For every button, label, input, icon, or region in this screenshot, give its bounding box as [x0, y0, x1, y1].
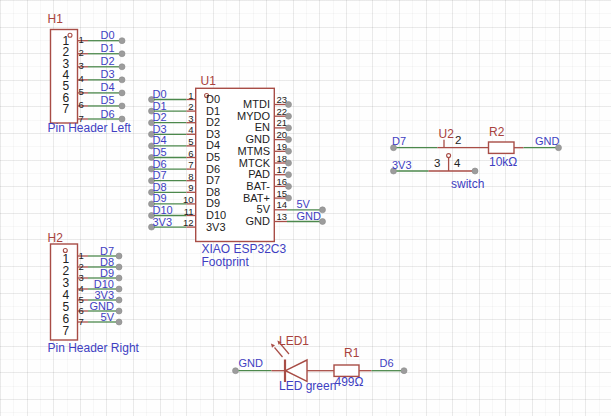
wire-end-dot [116, 286, 122, 292]
pin-name: 3V3 [206, 221, 226, 233]
pin-number: 13 [277, 211, 288, 222]
pin-number: 7 [188, 159, 193, 170]
component-h2[interactable]: H211D722D833D944D10553V366GND775VPin Hea… [48, 231, 140, 355]
pin-name: D9 [206, 197, 220, 209]
wire-end-dot [119, 103, 125, 109]
component-h1[interactable]: H111D022D133D244D355D466D577D6Pin Header… [48, 12, 132, 135]
component-u1[interactable]: U1D01D0D12D1D23D2D34D3D45D4D56D5D67D6D78… [149, 74, 326, 269]
value-label-r2[interactable]: 10kΩ [489, 155, 517, 169]
ref-label-r1[interactable]: R1 [344, 346, 360, 360]
pin-name: D3 [206, 128, 220, 140]
net-label-GND[interactable]: GND [535, 135, 560, 147]
value-label-h2[interactable]: Pin Header Right [48, 341, 140, 355]
net-label-D3[interactable]: D3 [100, 68, 114, 80]
net-label-D5[interactable]: D5 [153, 146, 167, 158]
schematic-sheet[interactable]: H111D022D133D244D355D466D577D6Pin Header… [0, 0, 611, 416]
net-label-D8[interactable]: D8 [153, 181, 167, 193]
component-led1[interactable]: GNDLED1LED green [233, 334, 337, 392]
net-label-D4[interactable]: D4 [153, 134, 167, 146]
component-r2[interactable]: R210kΩGND [489, 125, 562, 169]
component-r1[interactable]: R1499ΩD6 [334, 346, 407, 390]
pin-name: MTMS [238, 145, 270, 157]
net-label-D2[interactable]: D2 [153, 111, 167, 123]
pad-number: 7 [62, 102, 69, 116]
value-label-r1[interactable]: 499Ω [335, 375, 364, 389]
pin-number: 1 [79, 250, 84, 261]
wire-end-dot [119, 51, 125, 57]
net-label-D1[interactable]: D1 [100, 42, 114, 54]
net-label-D0[interactable]: D0 [100, 29, 114, 41]
net-label-5V[interactable]: 5V [297, 198, 311, 210]
wire-end-dot [116, 275, 122, 281]
net-label-D4[interactable]: D4 [100, 81, 114, 93]
net-label-D3[interactable]: D3 [153, 123, 167, 135]
net-label-D10[interactable]: D10 [153, 204, 173, 216]
pin-name: D5 [206, 151, 220, 163]
net-label-D2[interactable]: D2 [100, 55, 114, 67]
pin-number: 2 [188, 101, 193, 112]
pin-name: D6 [206, 163, 220, 175]
component-u2[interactable]: D7U223V334switch [391, 127, 489, 191]
pin-number: 3 [79, 272, 84, 283]
pin-name: BAT+ [243, 192, 270, 204]
pin-number: 3 [188, 113, 193, 124]
pin-name: MYDO [237, 110, 270, 122]
pin-number: 11 [184, 206, 194, 217]
net-label-3V3[interactable]: 3V3 [153, 216, 173, 228]
pin-number: 4 [188, 124, 193, 135]
pin-name: D7 [206, 174, 220, 186]
pin-number: 6 [79, 305, 84, 316]
wire-end-dot [116, 319, 122, 325]
ref-label-h1[interactable]: H1 [48, 12, 64, 26]
pin-name: D10 [206, 209, 226, 221]
ref-label-u2[interactable]: U2 [439, 127, 455, 141]
pin-number: 9 [188, 182, 193, 193]
pin-number: 6 [188, 148, 193, 159]
value-label-u2[interactable]: switch [451, 177, 484, 191]
pin-name: D8 [206, 186, 220, 198]
value-label-h1[interactable]: Pin Header Left [48, 121, 132, 135]
pin-number: 5 [79, 86, 84, 97]
pin-name: D2 [206, 116, 220, 128]
net-label-D7[interactable]: D7 [392, 135, 406, 147]
ref-label-led1[interactable]: LED1 [279, 334, 309, 348]
schematic-canvas[interactable]: H111D022D133D244D355D466D577D6Pin Header… [0, 0, 611, 416]
pin-number: 5 [188, 136, 193, 147]
value-label-u1-line1[interactable]: XIAO ESP32C3 [202, 242, 287, 256]
pin-name: EN [255, 121, 270, 133]
pin-name: BAT- [246, 180, 270, 192]
wire-end-dot [119, 90, 125, 96]
net-label-D9[interactable]: D9 [153, 192, 167, 204]
symbol-body-r2[interactable] [489, 142, 515, 153]
net-label-D6[interactable]: D6 [380, 357, 394, 369]
net-label-D0[interactable]: D0 [153, 88, 167, 100]
net-label-GND[interactable]: GND [239, 357, 264, 369]
net-label-GND[interactable]: GND [297, 210, 322, 222]
net-label-3V3[interactable]: 3V3 [392, 159, 412, 171]
pad-number: 4 [454, 157, 461, 169]
pin-name: MTDI [243, 98, 270, 110]
net-label-D6[interactable]: D6 [100, 108, 114, 120]
net-label-D1[interactable]: D1 [153, 100, 167, 112]
ref-label-u1[interactable]: U1 [201, 74, 217, 88]
pin-number: 14 [277, 199, 288, 210]
pin-number: 1 [79, 34, 84, 45]
pin-number: 5 [79, 294, 84, 305]
net-label-D7[interactable]: D7 [153, 169, 167, 181]
pad-number: 2 [455, 134, 461, 146]
pin-name: MTCK [239, 157, 271, 169]
pin-name: D4 [206, 139, 220, 151]
pin-name: 5V [257, 203, 271, 215]
ref-label-r2[interactable]: R2 [489, 125, 505, 139]
ref-label-h2[interactable]: H2 [48, 231, 64, 245]
pin-name: D0 [206, 93, 220, 105]
net-label-D5[interactable]: D5 [100, 94, 114, 106]
pin-number: 4 [79, 73, 84, 84]
net-label-D6[interactable]: D6 [153, 158, 167, 170]
pin-number: 10 [183, 194, 194, 205]
value-label-u1-line2[interactable]: Footprint [202, 255, 250, 269]
pin-number: 2 [79, 47, 84, 58]
pin-number: 2 [79, 261, 84, 272]
value-label-led1[interactable]: LED green [279, 379, 336, 393]
net-label-5V[interactable]: 5V [101, 311, 115, 323]
